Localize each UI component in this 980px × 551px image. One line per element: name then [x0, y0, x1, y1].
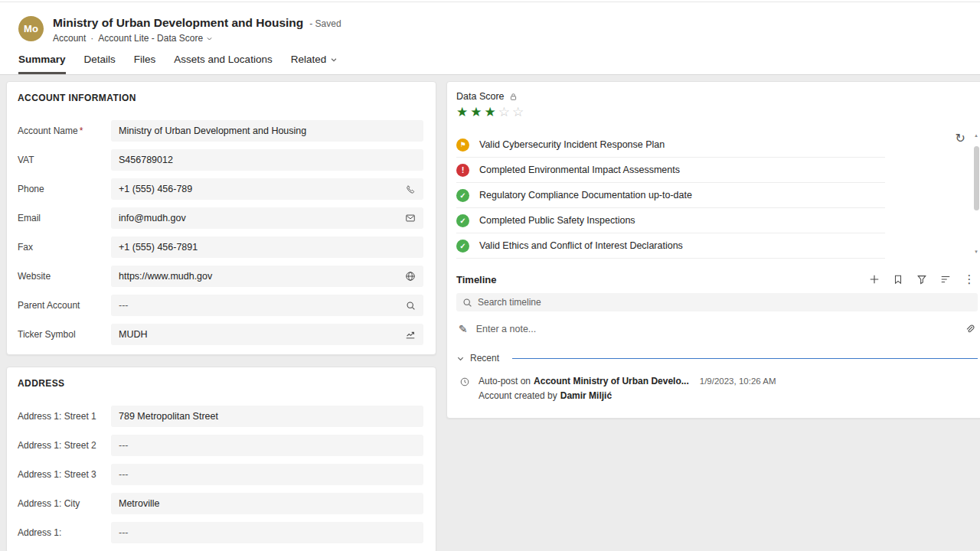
scroll-down-icon[interactable]: ▾	[975, 249, 978, 255]
search-icon[interactable]	[400, 296, 420, 315]
entry-timestamp: 1/9/2023, 10:26 AM	[700, 377, 776, 386]
data-score-title: Data Score	[456, 91, 505, 102]
address-extra-input[interactable]: ---	[111, 522, 423, 543]
field-value: https://www.mudh.gov	[119, 271, 400, 282]
data-score-list: ⚑ Valid Cybersecurity Incident Response …	[456, 132, 885, 259]
field-label: Phone	[18, 184, 111, 194]
check-icon: ✓	[456, 189, 469, 202]
timeline-expand-button[interactable]	[939, 272, 952, 286]
entry-body-text: Account created byDamir Miljić	[479, 390, 776, 401]
field-value: ---	[119, 440, 420, 451]
phone-input[interactable]: +1 (555) 456-789	[111, 178, 423, 200]
pencil-icon: ✎	[459, 323, 468, 335]
ticker-symbol-input[interactable]: MUDH	[111, 324, 423, 345]
star-icon: ☆	[512, 105, 526, 119]
timeline-filter-button[interactable]	[915, 272, 929, 286]
recent-divider	[512, 358, 978, 359]
field-label: Address 1: Street 1	[18, 411, 111, 422]
recent-label: Recent	[470, 353, 499, 364]
field-label: Address 1: City	[18, 498, 111, 509]
field-label: Website	[18, 271, 111, 282]
refresh-icon[interactable]: ↻	[956, 132, 965, 145]
datascore-item: ✓ Regulatory Compliance Documentation up…	[456, 183, 885, 208]
save-status: - Saved	[309, 18, 341, 29]
tab-assets-and-locations[interactable]: Assets and Locations	[174, 54, 272, 74]
paperclip-icon[interactable]	[965, 324, 975, 334]
tab-summary[interactable]: Summary	[18, 54, 66, 74]
datascore-item-text: Regulatory Compliance Documentation up-t…	[479, 190, 692, 201]
field-value: Ministry of Urban Development and Housin…	[119, 126, 420, 136]
autopost-icon	[459, 377, 470, 387]
timeline-search[interactable]	[456, 293, 978, 311]
sort-lines-icon	[940, 274, 951, 285]
timeline-panel: Timeline ⋮	[456, 272, 978, 401]
timeline-search-input[interactable]	[478, 297, 972, 308]
globe-icon[interactable]	[400, 267, 420, 285]
chart-icon[interactable]	[400, 325, 420, 344]
field-value: info@mudh.gov	[119, 213, 400, 223]
check-icon: ✓	[456, 214, 469, 227]
vat-input[interactable]: S456789012	[111, 149, 423, 171]
filter-icon	[916, 274, 927, 285]
field-row: Phone +1 (555) 456-789	[18, 178, 423, 200]
datascore-item: ✓ Completed Public Safety Inspections	[456, 208, 885, 233]
tab-details[interactable]: Details	[84, 54, 116, 74]
email-input[interactable]: info@mudh.gov	[111, 207, 423, 229]
timeline-more-button[interactable]: ⋮	[962, 272, 976, 286]
note-input[interactable]: ✎ Enter a note...	[456, 318, 978, 341]
street2-input[interactable]: ---	[111, 435, 423, 456]
timeline-title: Timeline	[456, 274, 497, 285]
chevron-down-icon	[330, 56, 338, 64]
star-icon: ★	[485, 105, 498, 119]
plus-icon	[869, 274, 880, 285]
timeline-entry[interactable]: Auto-post onAccount Ministry of Urban De…	[456, 376, 978, 401]
datascore-item-text: Completed Environmental Impact Assessmen…	[479, 165, 680, 175]
recent-section-toggle[interactable]: Recent	[456, 353, 978, 364]
scrollbar[interactable]: ▴ ▾	[972, 132, 980, 255]
phone-icon[interactable]	[400, 180, 420, 198]
star-rating: ★★★☆☆	[456, 105, 978, 120]
street1-input[interactable]: 789 Metropolitan Street	[111, 406, 423, 427]
parent-account-lookup[interactable]: ---	[111, 295, 423, 316]
field-row: Ticker Symbol MUDH	[18, 324, 423, 345]
field-row: VAT S456789012	[18, 149, 423, 171]
timeline-add-button[interactable]	[867, 272, 881, 286]
scrollbar-thumb[interactable]	[974, 146, 979, 210]
field-row: Fax +1 (555) 456-7891	[18, 236, 423, 258]
datascore-item: ! Completed Environmental Impact Assessm…	[456, 158, 885, 183]
email-icon[interactable]	[400, 209, 420, 227]
breadcrumb-separator: ·	[90, 33, 93, 44]
tab-files[interactable]: Files	[134, 54, 156, 74]
timeline-toolbar: ⋮	[867, 272, 978, 286]
field-label: Fax	[18, 242, 111, 253]
field-label: Account Name*	[18, 126, 111, 136]
form-selector-label: Account Lite - Data Score	[98, 33, 203, 44]
field-row: Address 1: Street 3 ---	[18, 464, 423, 485]
field-value: ---	[119, 527, 420, 538]
field-row: Account Name* Ministry of Urban Developm…	[18, 120, 423, 142]
form-selector[interactable]: Account Lite - Data Score	[98, 33, 213, 44]
star-icon: ★	[456, 105, 470, 119]
datascore-item-text: Valid Cybersecurity Incident Response Pl…	[479, 139, 665, 150]
field-label: Address 1: Street 3	[18, 469, 111, 480]
section-title: ADDRESS	[18, 378, 423, 389]
page-title: Ministry of Urban Development and Housin…	[53, 16, 303, 30]
scroll-up-icon[interactable]: ▴	[975, 132, 978, 139]
street3-input[interactable]: ---	[111, 464, 423, 485]
bookmark-icon	[893, 274, 903, 285]
entry-author: Damir Miljić	[560, 390, 612, 401]
tab-related[interactable]: Related	[291, 54, 338, 74]
field-value: Metroville	[119, 498, 420, 509]
city-input[interactable]: Metroville	[111, 493, 423, 514]
chevron-down-icon	[456, 354, 465, 363]
data-score-timeline-card: Data Score ★★★☆☆ ⚑ Valid Cybersecurity I…	[446, 81, 980, 419]
form-tabs: Summary Details Files Assets and Locatio…	[0, 54, 980, 74]
field-label: Ticker Symbol	[18, 329, 111, 340]
field-value: +1 (555) 456-789	[119, 184, 400, 194]
website-input[interactable]: https://www.mudh.gov	[111, 266, 423, 287]
fax-input[interactable]: +1 (555) 456-7891	[111, 236, 423, 258]
timeline-bookmark-button[interactable]	[891, 272, 905, 286]
account-name-input[interactable]: Ministry of Urban Development and Housin…	[111, 120, 423, 142]
more-vertical-icon: ⋮	[964, 272, 975, 286]
field-value: MUDH	[119, 329, 400, 340]
